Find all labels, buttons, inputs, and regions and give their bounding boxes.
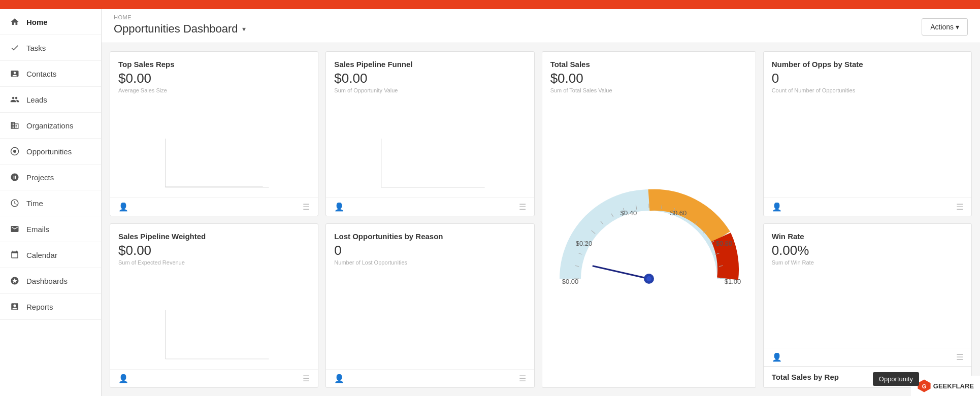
svg-text:$0.20: $0.20 <box>575 240 592 247</box>
sidebar-label-calendar: Calendar <box>26 251 57 259</box>
opps-by-state-body <box>764 96 971 197</box>
top-sales-subtitle: Average Sales Size <box>118 87 310 93</box>
svg-point-1 <box>13 150 16 153</box>
contacts-icon <box>9 68 20 79</box>
dashboards-icon <box>9 275 20 286</box>
pipeline-weighted-footer: 👤 ☰ <box>110 369 318 387</box>
lost-opps-subtitle: Number of Lost Opportunities <box>334 259 526 266</box>
watermark: G GEEKFLARE <box>911 376 980 396</box>
pipeline-funnel-chart <box>334 133 526 193</box>
top-sales-title: Top Sales Reps <box>118 60 310 69</box>
list-icon-3: ☰ <box>956 202 963 212</box>
lost-opps-value: 0 <box>334 243 526 258</box>
sidebar-label-opportunities: Opportunities <box>26 147 72 156</box>
win-rate-header: Win Rate 0.00% Sum of Win Rate <box>764 224 971 269</box>
sidebar: Home Tasks Contacts Leads Organizations <box>0 9 102 396</box>
svg-point-34 <box>646 276 651 281</box>
page-title-row: Opportunities Dashboard ▾ <box>114 22 246 36</box>
home-icon <box>9 16 20 27</box>
pipeline-weighted-chart <box>118 304 310 365</box>
pipeline-funnel-chart-area <box>326 96 534 197</box>
pipeline-weighted-value: $0.00 <box>118 243 310 258</box>
header-left: HOME Opportunities Dashboard ▾ <box>114 14 246 36</box>
list-icon-2: ☰ <box>519 202 526 212</box>
gauge-chart: $0.00 $0.20 $0.40 $0.60 $0.80 $1.00 <box>542 167 756 309</box>
sidebar-label-organizations: Organizations <box>26 121 74 130</box>
sidebar-label-contacts: Contacts <box>26 70 56 78</box>
reports-icon <box>9 301 20 312</box>
sidebar-item-projects[interactable]: Projects <box>0 164 101 190</box>
sidebar-label-emails: Emails <box>26 225 49 234</box>
opportunities-icon <box>9 146 20 157</box>
opps-by-state-value: 0 <box>772 71 963 86</box>
pipeline-weighted-header: Sales Pipeline Weighted $0.00 Sum of Exp… <box>110 224 318 269</box>
total-sales-header: Total Sales $0.00 Sum of Total Sales Val… <box>542 52 756 93</box>
total-sales-subtitle: Sum of Total Sales Value <box>550 87 747 93</box>
lost-opps-header: Lost Opportunities by Reason 0 Number of… <box>326 224 534 269</box>
page-title: Opportunities Dashboard <box>114 22 238 36</box>
sidebar-item-home[interactable]: Home <box>0 9 101 35</box>
chevron-down-icon[interactable]: ▾ <box>242 25 246 33</box>
geekflare-text: GEEKFLARE <box>933 382 974 390</box>
sidebar-label-reports: Reports <box>26 303 53 311</box>
card-win-rate: Win Rate 0.00% Sum of Win Rate 👤 ☰ Total… <box>763 223 972 388</box>
sidebar-label-projects: Projects <box>26 173 54 182</box>
svg-text:G: G <box>922 383 926 389</box>
top-sales-footer: 👤 ☰ <box>110 197 318 216</box>
list-icon-4: ☰ <box>303 374 310 383</box>
sidebar-item-reports[interactable]: Reports <box>0 294 101 320</box>
card-opps-by-state: Number of Opps by State 0 Count of Numbe… <box>763 51 972 216</box>
list-icon: ☰ <box>303 202 310 212</box>
user-icon: 👤 <box>118 202 128 212</box>
top-sales-chart <box>118 133 310 193</box>
svg-text:$0.40: $0.40 <box>620 209 637 217</box>
pipeline-weighted-subtitle: Sum of Expected Revenue <box>118 259 310 266</box>
win-rate-title: Win Rate <box>772 232 963 241</box>
sidebar-item-leads[interactable]: Leads <box>0 87 101 113</box>
sidebar-item-tasks[interactable]: Tasks <box>0 35 101 61</box>
sidebar-item-dashboards[interactable]: Dashboards <box>0 268 101 294</box>
sidebar-item-emails[interactable]: Emails <box>0 216 101 242</box>
pipeline-funnel-footer: 👤 ☰ <box>326 197 534 216</box>
geekflare-icon: G <box>917 379 931 393</box>
sidebar-item-time[interactable]: Time <box>0 190 101 216</box>
sidebar-label-leads: Leads <box>26 95 47 104</box>
pipeline-funnel-value: $0.00 <box>334 71 526 86</box>
list-icon-6: ☰ <box>956 352 963 362</box>
card-pipeline-weighted: Sales Pipeline Weighted $0.00 Sum of Exp… <box>110 223 318 388</box>
actions-button[interactable]: Actions ▾ <box>922 18 968 36</box>
sidebar-item-organizations[interactable]: Organizations <box>0 113 101 139</box>
sidebar-item-contacts[interactable]: Contacts <box>0 61 101 87</box>
card-lost-opps: Lost Opportunities by Reason 0 Number of… <box>325 223 534 388</box>
card-top-sales-reps: Top Sales Reps $0.00 Average Sales Size … <box>110 51 318 216</box>
sidebar-label-dashboards: Dashboards <box>26 277 68 285</box>
user-icon-5: 👤 <box>334 374 344 383</box>
total-sales-title: Total Sales <box>550 60 747 69</box>
svg-text:$0.00: $0.00 <box>562 278 578 285</box>
user-icon-2: 👤 <box>334 202 344 212</box>
lost-opps-footer: 👤 ☰ <box>326 369 534 387</box>
pipeline-funnel-header: Sales Pipeline Funnel $0.00 Sum of Oppor… <box>326 52 534 96</box>
win-rate-body <box>764 269 971 348</box>
pipeline-funnel-subtitle: Sum of Opportunity Value <box>334 87 526 93</box>
calendar-icon <box>9 249 20 260</box>
time-icon <box>9 197 20 209</box>
svg-text:$0.80: $0.80 <box>715 240 732 247</box>
top-sales-value: $0.00 <box>118 71 310 86</box>
opportunity-tooltip: Opportunity <box>873 372 919 386</box>
gauge-container: $0.00 $0.20 $0.40 $0.60 $0.80 $1.00 <box>542 93 756 387</box>
sidebar-item-calendar[interactable]: Calendar <box>0 242 101 268</box>
user-icon-4: 👤 <box>118 374 128 383</box>
win-rate-footer: 👤 ☰ <box>764 348 971 366</box>
leads-icon <box>9 94 20 105</box>
top-sales-chart-area <box>110 96 318 197</box>
sidebar-item-opportunities[interactable]: Opportunities <box>0 139 101 164</box>
organizations-icon <box>9 120 20 131</box>
opps-by-state-subtitle: Count of Number of Opportunities <box>772 87 963 93</box>
win-rate-value: 0.00% <box>772 243 963 258</box>
user-icon-6: 👤 <box>772 352 782 362</box>
lost-opps-title: Lost Opportunities by Reason <box>334 232 526 241</box>
opps-by-state-footer: 👤 ☰ <box>764 197 971 216</box>
card-top-sales-header: Top Sales Reps $0.00 Average Sales Size <box>110 52 318 96</box>
opps-by-state-header: Number of Opps by State 0 Count of Numbe… <box>764 52 971 96</box>
